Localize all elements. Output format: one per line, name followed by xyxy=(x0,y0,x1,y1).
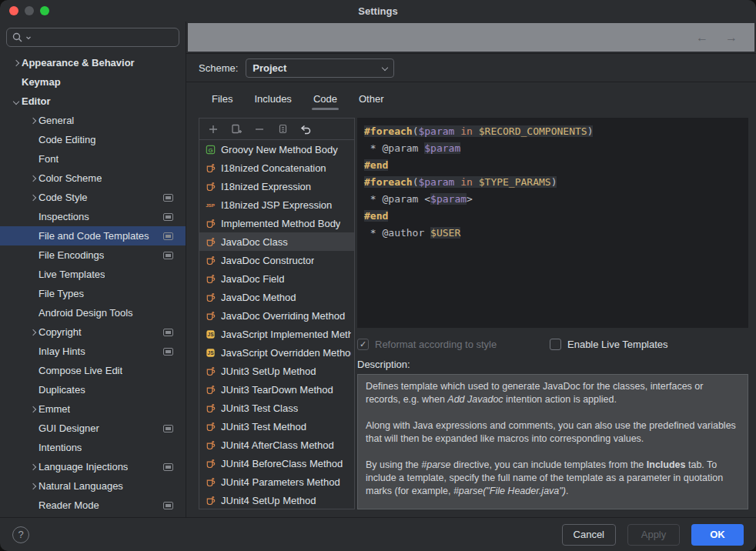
description-label: Description: xyxy=(357,354,748,374)
sidebar-item-keymap[interactable]: Keymap xyxy=(0,72,186,92)
help-button[interactable]: ? xyxy=(12,526,29,543)
template-item-javascript-implemented-method[interactable]: JSJavaScript Implemented Method xyxy=(199,325,354,343)
settings-sidebar: Appearance & BehaviorKeymapEditorGeneral… xyxy=(0,22,186,517)
template-item-javadoc-overriding-method[interactable]: JavaDoc Overriding Method xyxy=(199,306,354,325)
template-item-i18nized-concatenation[interactable]: I18nized Concatenation xyxy=(199,159,354,177)
close-window-button[interactable] xyxy=(9,6,18,15)
sidebar-item-intentions[interactable]: Intentions xyxy=(0,438,186,457)
sidebar-item-file-and-code-templates[interactable]: File and Code Templates xyxy=(0,226,186,245)
tab-includes[interactable]: Includes xyxy=(246,87,299,112)
template-item-junit3-teardown-method[interactable]: JUnit3 TearDown Method xyxy=(199,380,354,399)
ok-button[interactable]: OK xyxy=(691,524,744,546)
title-bar: Settings xyxy=(0,0,756,22)
template-item-javadoc-class[interactable]: JavaDoc Class xyxy=(199,232,354,251)
chevron-right-icon[interactable] xyxy=(28,330,38,335)
template-item-javadoc-field[interactable]: JavaDoc Field xyxy=(199,269,354,288)
sidebar-item-duplicates[interactable]: Duplicates xyxy=(0,380,186,399)
template-item-i18nized-expression[interactable]: I18nized Expression xyxy=(199,177,354,195)
template-item-junit3-test-method[interactable]: JUnit3 Test Method xyxy=(199,417,354,436)
back-arrow-icon[interactable]: ← xyxy=(696,31,708,45)
sidebar-item-code-editing[interactable]: Code Editing xyxy=(0,130,186,149)
sidebar-item-label: Language Injections xyxy=(38,461,128,473)
template-item-javascript-overridden-method[interactable]: JSJavaScript Overridden Method xyxy=(199,343,354,362)
sidebar-item-color-scheme[interactable]: Color Scheme xyxy=(0,169,186,188)
sidebar-item-label: Emmet xyxy=(38,403,70,415)
sidebar-item-font[interactable]: Font xyxy=(0,149,186,169)
sidebar-item-live-templates[interactable]: Live Templates xyxy=(0,265,186,284)
template-item-junit4-parameters-method[interactable]: JUnit4 Parameters Method xyxy=(199,473,354,491)
sidebar-item-reader-mode[interactable]: Reader Mode xyxy=(0,496,186,515)
svg-text:JSP: JSP xyxy=(206,202,215,208)
create-child-template-icon[interactable] xyxy=(229,122,244,137)
template-item-i18nized-jsp-expression[interactable]: JSPI18nized JSP Expression xyxy=(199,195,354,214)
sidebar-item-copyright[interactable]: Copyright xyxy=(0,322,186,342)
template-tabs: FilesIncludesCodeOther xyxy=(186,82,756,112)
chevron-down-icon xyxy=(382,65,388,71)
sidebar-item-label: Compose Live Edit xyxy=(38,365,122,376)
template-item-javadoc-method[interactable]: JavaDoc Method xyxy=(199,288,354,306)
java-file-icon xyxy=(204,309,216,322)
chevron-right-icon[interactable] xyxy=(11,61,22,65)
template-item-junit3-test-class[interactable]: JUnit3 Test Class xyxy=(199,399,354,417)
zoom-window-button[interactable] xyxy=(40,6,49,15)
chevron-right-icon[interactable] xyxy=(28,407,38,412)
template-item-junit3-setup-method[interactable]: JUnit3 SetUp Method xyxy=(199,362,354,380)
remove-template-icon[interactable] xyxy=(252,122,267,137)
template-item-implemented-method-body[interactable]: Implemented Method Body xyxy=(199,214,354,232)
java-file-icon xyxy=(204,291,216,303)
sidebar-item-compose-live-edit[interactable]: Compose Live Edit xyxy=(0,361,186,380)
chevron-down-icon[interactable] xyxy=(11,99,22,104)
template-item-junit4-afterclass-method[interactable]: JUnit4 AfterClass Method xyxy=(199,436,354,454)
sidebar-item-general[interactable]: General xyxy=(0,111,186,130)
sidebar-item-file-types[interactable]: File Types xyxy=(0,284,186,303)
chevron-right-icon[interactable] xyxy=(28,119,38,123)
sidebar-item-label: Android Design Tools xyxy=(38,307,133,319)
sidebar-item-natural-languages[interactable]: Natural Languages xyxy=(0,476,186,496)
scheme-dropdown[interactable]: Project xyxy=(246,58,394,78)
chevron-right-icon[interactable] xyxy=(28,484,38,489)
tab-files[interactable]: Files xyxy=(204,87,240,112)
java-file-icon xyxy=(204,383,216,396)
reset-to-default-icon[interactable] xyxy=(298,122,313,137)
template-item-junit4-beforeclass-method[interactable]: JUnit4 BeforeClass Method xyxy=(199,454,354,473)
chevron-right-icon[interactable] xyxy=(28,195,38,200)
sidebar-item-inlay-hints[interactable]: Inlay Hints xyxy=(0,342,186,361)
template-item-label: JUnit4 SetUp Method xyxy=(221,495,316,506)
template-item-label: JUnit4 Parameters Method xyxy=(221,476,340,488)
checkbox-unchecked-icon[interactable] xyxy=(550,339,561,350)
template-item-javadoc-constructor[interactable]: JavaDoc Constructor xyxy=(199,251,354,269)
scheme-value: Project xyxy=(253,62,383,74)
chevron-right-icon[interactable] xyxy=(28,176,38,181)
sidebar-item-editor[interactable]: Editor xyxy=(0,92,186,111)
template-item-label: I18nized JSP Expression xyxy=(221,199,332,211)
sidebar-item-gui-designer[interactable]: GUI Designer xyxy=(0,419,186,438)
java-file-icon xyxy=(204,402,216,414)
sidebar-item-android-design-tools[interactable]: Android Design Tools xyxy=(0,303,186,322)
search-settings-field[interactable] xyxy=(6,28,179,47)
cancel-button[interactable]: Cancel xyxy=(562,524,616,546)
template-item-junit4-setup-method[interactable]: JUnit4 SetUp Method xyxy=(199,491,354,509)
add-template-icon[interactable] xyxy=(206,122,221,137)
code-line: #end xyxy=(364,157,748,174)
sidebar-item-code-style[interactable]: Code Style xyxy=(0,188,186,207)
copy-template-icon[interactable] xyxy=(275,122,290,137)
java-file-icon xyxy=(204,272,216,285)
template-item-groovy-new-method-body[interactable]: GGroovy New Method Body xyxy=(199,140,354,159)
code-line: #foreach($param in $RECORD_COMPONENTS) xyxy=(364,123,748,140)
template-item-label: I18nized Expression xyxy=(221,181,311,192)
forward-arrow-icon[interactable]: → xyxy=(725,31,738,45)
sidebar-item-file-encodings[interactable]: File Encodings xyxy=(0,245,186,265)
search-input[interactable] xyxy=(33,32,174,43)
tab-other[interactable]: Other xyxy=(351,87,392,112)
sidebar-item-inspections[interactable]: Inspections xyxy=(0,207,186,226)
chevron-right-icon[interactable] xyxy=(28,465,38,469)
sidebar-item-language-injections[interactable]: Language Injections xyxy=(0,457,186,476)
template-item-label: JavaDoc Method xyxy=(221,292,296,303)
template-code-editor[interactable]: #foreach($param in $RECORD_COMPONENTS) *… xyxy=(357,118,748,328)
sidebar-item-emmet[interactable]: Emmet xyxy=(0,399,186,419)
java-file-icon xyxy=(204,217,216,229)
tab-code[interactable]: Code xyxy=(306,87,345,112)
java-file-icon xyxy=(204,476,216,488)
sidebar-item-appearance-behavior[interactable]: Appearance & Behavior xyxy=(0,53,186,72)
enable-live-templates-checkbox[interactable]: Enable Live Templates xyxy=(550,339,668,350)
